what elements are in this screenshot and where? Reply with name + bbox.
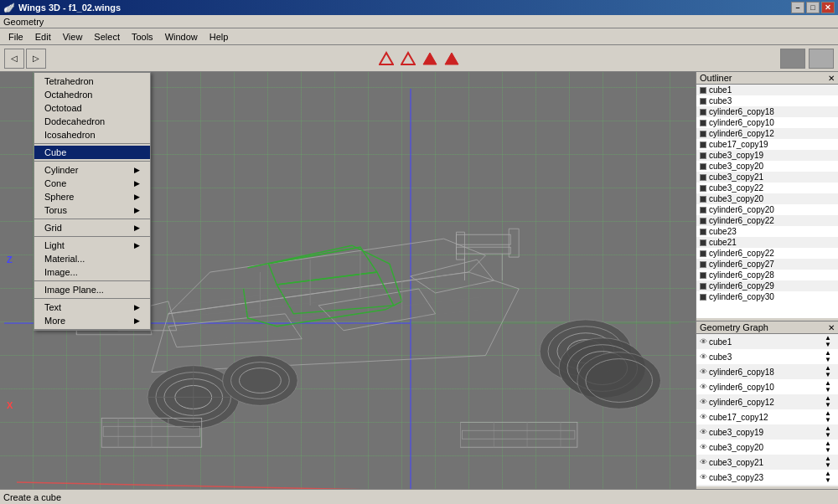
dd-sphere[interactable]: Sphere ▶	[34, 190, 150, 203]
geo-list-item: 👁cube3_copy19▲▼	[696, 424, 838, 440]
minimize-button[interactable]: –	[791, 2, 804, 13]
geo-graph-list[interactable]: 👁cube1 ▲ ▼ 👁cube3▲▼ 👁cylinder6_copy18▲▼ …	[696, 334, 838, 486]
app-icon: 🪽	[3, 3, 15, 13]
geometry-label: Geometry	[3, 17, 44, 27]
list-item: cube17_copy19	[696, 139, 838, 150]
menu-edit[interactable]: Edit	[30, 30, 56, 44]
outliner-close[interactable]: ✕	[828, 74, 835, 83]
window-title: Wings 3D - f1_02.wings	[18, 3, 121, 13]
list-item: cylinder6_copy30	[696, 291, 838, 302]
arrow-btn-1[interactable]	[378, 50, 395, 67]
geo-list-item: 👁cube3▲▼	[696, 349, 838, 364]
dd-grid[interactable]: Grid ▶	[34, 221, 150, 234]
svg-marker-24	[456, 232, 464, 260]
dd-octotoad[interactable]: Octotoad	[34, 101, 150, 115]
list-item: cylinder6_copy10	[696, 117, 838, 128]
geo-list-item: 👁cylinder6_copy18▲▼	[696, 364, 838, 379]
toolbar-btn-right-arrow[interactable]: ▷	[26, 49, 46, 69]
menu-view[interactable]: View	[58, 30, 88, 44]
svg-marker-0	[380, 53, 393, 64]
geo-graph-panel: Geometry Graph ✕ 👁cube1 ▲ ▼ 👁cube3▲▼ 👁cy…	[696, 321, 838, 489]
list-item: cube3_copy22	[696, 183, 838, 193]
window-controls: – □ ✕	[791, 2, 835, 13]
list-item: cylinder6_copy12	[696, 128, 838, 139]
svg-marker-1	[401, 53, 415, 64]
arrow-btn-4[interactable]	[443, 50, 460, 67]
svg-point-50	[577, 352, 661, 409]
svg-rect-57	[462, 430, 574, 439]
maximize-button[interactable]: □	[806, 2, 820, 13]
list-item: cube3	[696, 95, 838, 106]
menu-window[interactable]: Window	[160, 30, 203, 44]
arrow-btn-2[interactable]	[400, 50, 416, 67]
geo-list-item: 👁cube1 ▲ ▼	[696, 334, 838, 349]
menu-bar: File Edit View Select Tools Window Help	[0, 28, 838, 45]
svg-marker-11	[277, 272, 393, 314]
list-item: cylinder6_copy29	[696, 280, 838, 291]
list-item: cube3_copy19	[696, 150, 838, 161]
dd-more[interactable]: More ▶	[34, 314, 150, 327]
list-item: cube3_copy21	[696, 172, 838, 183]
dd-octahedron[interactable]: Octahedron	[34, 88, 150, 101]
viewport[interactable]: Z X	[0, 72, 696, 489]
list-item: cylinder6_copy27	[696, 259, 838, 270]
dd-cone[interactable]: Cone ▶	[34, 177, 150, 190]
list-item: cube3_copy20	[696, 161, 838, 172]
svg-marker-2	[423, 53, 437, 64]
list-item: cylinder6_copy22	[696, 248, 838, 259]
svg-marker-3	[445, 53, 458, 64]
scene-group: Light ▶ Material... Image...	[34, 237, 150, 281]
menu-file[interactable]: File	[3, 30, 28, 44]
dd-cube[interactable]: Cube	[34, 146, 150, 159]
geo-list-item: 👁cylinder6_copy10▲▼	[696, 379, 838, 394]
menu-help[interactable]: Help	[204, 30, 234, 44]
dd-cylinder[interactable]: Cylinder ▶	[34, 163, 150, 177]
geo-list-item: 👁cube17_copy12▲▼	[696, 409, 838, 424]
toolbar: ◁ ▷	[0, 45, 838, 72]
menu-select[interactable]: Select	[89, 30, 125, 44]
status-text: Create a cube	[3, 492, 61, 502]
close-button[interactable]: ✕	[821, 2, 835, 13]
svg-point-40	[223, 356, 298, 406]
svg-line-30	[168, 272, 478, 306]
status-bar: Create a cube	[0, 489, 838, 504]
main-area: Z X	[0, 72, 838, 489]
svg-rect-52	[460, 422, 577, 447]
title-bar: 🪽 Wings 3D - f1_02.wings – □ ✕	[0, 0, 838, 15]
geo-list-item: 👁cube3_copy20▲▼	[696, 440, 838, 455]
list-item: cylinder6_copy22	[696, 215, 838, 226]
toolbar-arrows	[378, 50, 460, 67]
right-panel: Outliner ✕ cube1 cube3 cylinder6_copy18 …	[696, 72, 838, 489]
dd-icosahedron[interactable]: Icosahedron	[34, 128, 150, 141]
outliner-list[interactable]: cube1 cube3 cylinder6_copy18 cylinder6_c…	[696, 85, 838, 318]
dd-material[interactable]: Material...	[34, 252, 150, 265]
dropdown-menu: Tetrahedron Octahedron Octotoad Dodecahe…	[34, 72, 151, 331]
dd-dodecahedron[interactable]: Dodecahedron	[34, 115, 150, 128]
geo-graph-close[interactable]: ✕	[828, 323, 835, 332]
geo-graph-header: Geometry Graph ✕	[696, 321, 838, 334]
list-item: cube23	[696, 226, 838, 237]
toolbar-btn-left-arrow[interactable]: ◁	[4, 49, 24, 69]
geo-list-item: 👁cube3_copy20▲▼	[696, 485, 838, 486]
arrow-btn-3[interactable]	[422, 50, 438, 67]
toolbar-view-btn-1[interactable]	[780, 49, 805, 69]
menu-tools[interactable]: Tools	[127, 30, 158, 44]
dd-image[interactable]: Image...	[34, 265, 150, 279]
outliner-header: Outliner ✕	[696, 72, 838, 85]
plane-group: Image Plane...	[34, 281, 150, 299]
list-item: cube3_copy20	[696, 193, 838, 204]
list-item: cube21	[696, 237, 838, 248]
text-group: Text ▶ More ▶	[34, 299, 150, 330]
outliner-title: Outliner	[700, 73, 732, 83]
dd-torus[interactable]: Torus ▶	[34, 203, 150, 217]
dd-image-plane[interactable]: Image Plane...	[34, 283, 150, 296]
dd-light[interactable]: Light ▶	[34, 239, 150, 252]
dd-text[interactable]: Text ▶	[34, 301, 150, 314]
geo-graph-title: Geometry Graph	[700, 322, 768, 332]
svg-line-33	[181, 310, 482, 343]
cube-group: Cube	[34, 144, 150, 162]
toolbar-view-btn-2[interactable]	[809, 49, 834, 69]
geo-list-item: 👁cylinder6_copy12▲▼	[696, 394, 838, 409]
list-item: cylinder6_copy18	[696, 106, 838, 117]
dd-tetrahedron[interactable]: Tetrahedron	[34, 75, 150, 88]
